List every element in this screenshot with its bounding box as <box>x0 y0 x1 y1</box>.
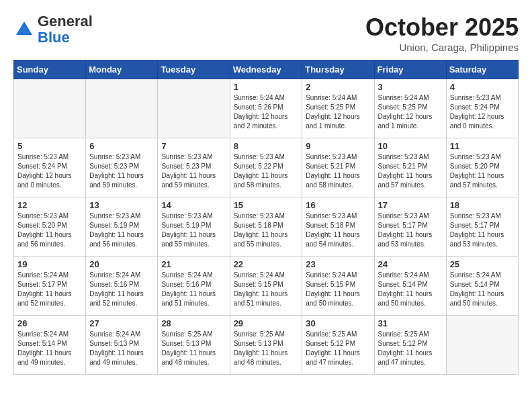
weekday-header: Sunday <box>14 60 86 79</box>
weekday-header: Thursday <box>302 60 374 79</box>
day-info: Sunrise: 5:24 AM Sunset: 5:26 PM Dayligh… <box>234 93 299 131</box>
calendar-cell: 10Sunrise: 5:23 AM Sunset: 5:21 PM Dayli… <box>374 138 446 197</box>
calendar-cell: 4Sunrise: 5:23 AM Sunset: 5:24 PM Daylig… <box>446 79 518 138</box>
day-number: 18 <box>450 200 515 210</box>
weekday-header-row: SundayMondayTuesdayWednesdayThursdayFrid… <box>14 60 519 79</box>
day-info: Sunrise: 5:23 AM Sunset: 5:22 PM Dayligh… <box>234 152 299 190</box>
day-number: 21 <box>161 259 226 269</box>
day-number: 15 <box>234 200 299 210</box>
location-subtitle: Union, Caraga, Philippines <box>365 42 519 53</box>
calendar-cell: 1Sunrise: 5:24 AM Sunset: 5:26 PM Daylig… <box>230 79 302 138</box>
weekday-header: Tuesday <box>158 60 230 79</box>
calendar-cell: 21Sunrise: 5:24 AM Sunset: 5:16 PM Dayli… <box>158 257 230 316</box>
day-info: Sunrise: 5:23 AM Sunset: 5:24 PM Dayligh… <box>450 93 515 131</box>
day-number: 10 <box>378 141 443 151</box>
day-info: Sunrise: 5:23 AM Sunset: 5:19 PM Dayligh… <box>161 212 226 249</box>
day-info: Sunrise: 5:23 AM Sunset: 5:23 PM Dayligh… <box>89 152 154 190</box>
calendar-cell <box>14 79 86 138</box>
calendar-cell: 16Sunrise: 5:23 AM Sunset: 5:18 PM Dayli… <box>302 197 374 257</box>
calendar-cell <box>446 316 518 375</box>
calendar-cell: 31Sunrise: 5:25 AM Sunset: 5:12 PM Dayli… <box>374 316 446 375</box>
week-row: 1Sunrise: 5:24 AM Sunset: 5:26 PM Daylig… <box>14 79 519 138</box>
day-number: 28 <box>161 318 226 328</box>
day-number: 8 <box>234 141 299 151</box>
calendar-cell: 8Sunrise: 5:23 AM Sunset: 5:22 PM Daylig… <box>230 138 302 197</box>
calendar-cell: 19Sunrise: 5:24 AM Sunset: 5:17 PM Dayli… <box>14 257 86 316</box>
month-title: October 2025 <box>365 13 519 42</box>
calendar-cell: 25Sunrise: 5:24 AM Sunset: 5:14 PM Dayli… <box>446 257 518 316</box>
weekday-header: Monday <box>86 60 158 79</box>
calendar-cell: 7Sunrise: 5:23 AM Sunset: 5:23 PM Daylig… <box>158 138 230 197</box>
calendar-cell: 30Sunrise: 5:25 AM Sunset: 5:12 PM Dayli… <box>302 316 374 375</box>
day-info: Sunrise: 5:23 AM Sunset: 5:18 PM Dayligh… <box>306 212 370 249</box>
day-info: Sunrise: 5:24 AM Sunset: 5:16 PM Dayligh… <box>161 271 226 308</box>
day-info: Sunrise: 5:24 AM Sunset: 5:25 PM Dayligh… <box>378 93 443 131</box>
day-info: Sunrise: 5:23 AM Sunset: 5:18 PM Dayligh… <box>234 212 299 249</box>
day-number: 20 <box>89 259 154 269</box>
week-row: 5Sunrise: 5:23 AM Sunset: 5:24 PM Daylig… <box>14 138 519 197</box>
day-info: Sunrise: 5:25 AM Sunset: 5:13 PM Dayligh… <box>234 330 299 367</box>
calendar-cell: 23Sunrise: 5:24 AM Sunset: 5:15 PM Dayli… <box>302 257 374 316</box>
week-row: 12Sunrise: 5:23 AM Sunset: 5:20 PM Dayli… <box>14 197 519 257</box>
calendar-cell: 9Sunrise: 5:23 AM Sunset: 5:21 PM Daylig… <box>302 138 374 197</box>
calendar-cell: 17Sunrise: 5:23 AM Sunset: 5:17 PM Dayli… <box>374 197 446 257</box>
weekday-header: Wednesday <box>230 60 302 79</box>
page-header: General Blue October 2025 Union, Caraga,… <box>13 13 519 53</box>
day-info: Sunrise: 5:24 AM Sunset: 5:15 PM Dayligh… <box>234 271 299 308</box>
day-number: 6 <box>89 141 154 151</box>
day-number: 19 <box>17 259 82 269</box>
calendar-cell: 18Sunrise: 5:23 AM Sunset: 5:17 PM Dayli… <box>446 197 518 257</box>
day-number: 3 <box>378 82 443 92</box>
day-number: 5 <box>17 141 82 151</box>
day-number: 7 <box>161 141 226 151</box>
calendar-cell: 11Sunrise: 5:23 AM Sunset: 5:20 PM Dayli… <box>446 138 518 197</box>
day-number: 24 <box>378 259 443 269</box>
day-info: Sunrise: 5:24 AM Sunset: 5:17 PM Dayligh… <box>17 271 82 308</box>
day-number: 22 <box>234 259 299 269</box>
logo: General Blue <box>13 13 93 46</box>
calendar-cell: 22Sunrise: 5:24 AM Sunset: 5:15 PM Dayli… <box>230 257 302 316</box>
logo-icon <box>13 19 35 40</box>
week-row: 19Sunrise: 5:24 AM Sunset: 5:17 PM Dayli… <box>14 257 519 316</box>
day-info: Sunrise: 5:24 AM Sunset: 5:13 PM Dayligh… <box>89 330 154 367</box>
day-info: Sunrise: 5:24 AM Sunset: 5:14 PM Dayligh… <box>450 271 515 308</box>
calendar-cell: 27Sunrise: 5:24 AM Sunset: 5:13 PM Dayli… <box>86 316 158 375</box>
calendar-cell: 5Sunrise: 5:23 AM Sunset: 5:24 PM Daylig… <box>14 138 86 197</box>
day-number: 16 <box>306 200 370 210</box>
calendar-cell: 28Sunrise: 5:25 AM Sunset: 5:13 PM Dayli… <box>158 316 230 375</box>
calendar-cell: 3Sunrise: 5:24 AM Sunset: 5:25 PM Daylig… <box>374 79 446 138</box>
day-info: Sunrise: 5:24 AM Sunset: 5:14 PM Dayligh… <box>17 330 82 367</box>
day-info: Sunrise: 5:24 AM Sunset: 5:25 PM Dayligh… <box>306 93 370 131</box>
calendar-cell: 14Sunrise: 5:23 AM Sunset: 5:19 PM Dayli… <box>158 197 230 257</box>
day-info: Sunrise: 5:23 AM Sunset: 5:23 PM Dayligh… <box>161 152 226 190</box>
week-row: 26Sunrise: 5:24 AM Sunset: 5:14 PM Dayli… <box>14 316 519 375</box>
day-info: Sunrise: 5:23 AM Sunset: 5:21 PM Dayligh… <box>306 152 370 190</box>
day-info: Sunrise: 5:23 AM Sunset: 5:24 PM Dayligh… <box>17 152 82 190</box>
weekday-header: Friday <box>374 60 446 79</box>
day-number: 14 <box>161 200 226 210</box>
day-number: 13 <box>89 200 154 210</box>
day-number: 17 <box>378 200 443 210</box>
weekday-header: Saturday <box>446 60 518 79</box>
day-number: 31 <box>378 318 443 328</box>
day-info: Sunrise: 5:23 AM Sunset: 5:17 PM Dayligh… <box>378 212 443 249</box>
calendar-cell: 12Sunrise: 5:23 AM Sunset: 5:20 PM Dayli… <box>14 197 86 257</box>
day-info: Sunrise: 5:23 AM Sunset: 5:17 PM Dayligh… <box>450 212 515 249</box>
calendar-table: SundayMondayTuesdayWednesdayThursdayFrid… <box>13 60 519 375</box>
calendar-cell: 20Sunrise: 5:24 AM Sunset: 5:16 PM Dayli… <box>86 257 158 316</box>
calendar-cell: 6Sunrise: 5:23 AM Sunset: 5:23 PM Daylig… <box>86 138 158 197</box>
calendar-cell: 15Sunrise: 5:23 AM Sunset: 5:18 PM Dayli… <box>230 197 302 257</box>
calendar-cell: 24Sunrise: 5:24 AM Sunset: 5:14 PM Dayli… <box>374 257 446 316</box>
day-number: 26 <box>17 318 82 328</box>
day-number: 11 <box>450 141 515 151</box>
day-number: 4 <box>450 82 515 92</box>
calendar-cell: 26Sunrise: 5:24 AM Sunset: 5:14 PM Dayli… <box>14 316 86 375</box>
calendar-cell <box>158 79 230 138</box>
logo-text: General Blue <box>38 13 93 46</box>
day-number: 25 <box>450 259 515 269</box>
calendar-cell: 29Sunrise: 5:25 AM Sunset: 5:13 PM Dayli… <box>230 316 302 375</box>
day-info: Sunrise: 5:24 AM Sunset: 5:15 PM Dayligh… <box>306 271 370 308</box>
title-block: October 2025 Union, Caraga, Philippines <box>365 13 519 53</box>
day-info: Sunrise: 5:24 AM Sunset: 5:14 PM Dayligh… <box>378 271 443 308</box>
day-info: Sunrise: 5:25 AM Sunset: 5:13 PM Dayligh… <box>161 330 226 367</box>
